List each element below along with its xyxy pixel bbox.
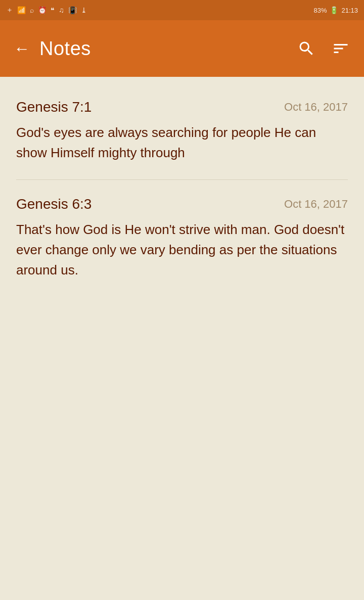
toolbar: Notes [0,20,364,77]
status-bar: ＋ 📶 ⌕ ⏰ ❝ ♫ 📳 ⤓ 83% 🔋 21:13 [0,0,364,20]
wifi-icon: 📶 [17,6,26,14]
note-reference: Genesis 7:1 [16,99,92,115]
download-icon: ⤓ [81,6,87,14]
toolbar-left: Notes [14,38,91,60]
note-text: That's how God is He won't strive with m… [16,219,348,281]
location-icon: ⌕ [30,6,34,14]
signal-icon: ＋ [6,6,13,15]
toolbar-right [297,39,350,58]
note-date: Oct 16, 2017 [284,198,348,211]
quote-icon: ❝ [51,6,55,14]
back-button[interactable] [14,41,29,56]
cast-icon: 📳 [68,6,77,14]
note-header: Genesis 7:1 Oct 16, 2017 [16,99,348,115]
note-reference: Genesis 6:3 [16,196,92,212]
divider [16,179,348,180]
note-item[interactable]: Genesis 6:3 Oct 16, 2017 That's how God … [16,184,348,293]
music-icon: ♫ [59,6,64,14]
note-date: Oct 16, 2017 [284,101,348,114]
alarm-icon: ⏰ [38,6,47,14]
page-title: Notes [39,38,91,60]
battery-percent: 83% [313,7,327,14]
note-item[interactable]: Genesis 7:1 Oct 16, 2017 God's eyes are … [16,87,348,175]
sort-icon[interactable] [332,39,350,58]
note-text: God's eyes are always searching for peop… [16,122,348,163]
status-bar-right: 83% 🔋 21:13 [313,6,358,14]
status-bar-left: ＋ 📶 ⌕ ⏰ ❝ ♫ 📳 ⤓ [6,6,87,15]
note-header: Genesis 6:3 Oct 16, 2017 [16,196,348,212]
notes-list: Genesis 7:1 Oct 16, 2017 God's eyes are … [0,77,364,600]
search-icon[interactable] [297,39,315,58]
battery-icon: 🔋 [330,6,338,14]
time-display: 21:13 [341,7,358,14]
